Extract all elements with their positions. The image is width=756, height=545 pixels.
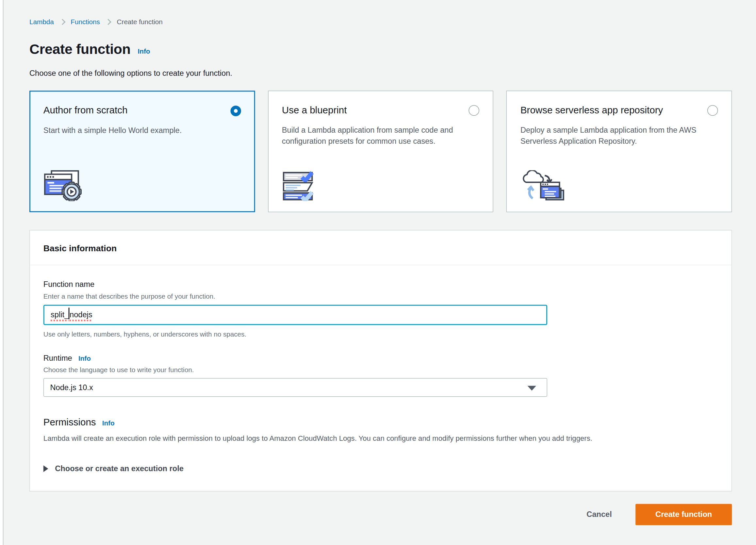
- permissions-section: Permissions Info Lambda will create an e…: [43, 417, 718, 473]
- runtime-selected-option: Node.js 10.x: [50, 383, 93, 392]
- title-info-link[interactable]: Info: [138, 47, 150, 58]
- breadcrumb-lambda[interactable]: Lambda: [29, 18, 54, 26]
- execution-role-expander[interactable]: Choose or create an execution role: [43, 464, 718, 473]
- breadcrumb-current: Create function: [117, 18, 163, 26]
- function-name-description: Enter a name that describes the purpose …: [43, 292, 718, 300]
- footer-actions: Cancel Create function: [29, 504, 732, 525]
- function-name-label: Function name: [43, 280, 718, 289]
- basic-information-panel: Basic information Function name Enter a …: [29, 230, 732, 491]
- runtime-description: Choose the language to use to write your…: [43, 366, 718, 374]
- serverless-repo-icon: [520, 170, 718, 201]
- radio-unselected[interactable]: [469, 105, 479, 116]
- chevron-right-icon: [59, 19, 65, 25]
- function-name-input[interactable]: split_ nodejs: [43, 305, 547, 325]
- runtime-label-row: Runtime Info: [43, 354, 718, 363]
- cancel-button[interactable]: Cancel: [584, 510, 615, 520]
- card-head: Browse serverless app repository: [520, 105, 718, 116]
- card-head: Author from scratch: [43, 105, 241, 116]
- permissions-info-link[interactable]: Info: [102, 419, 115, 427]
- card-description: Deploy a sample Lambda application from …: [520, 125, 718, 147]
- card-title: Author from scratch: [43, 105, 128, 116]
- runtime-field: Runtime Info Choose the language to use …: [43, 354, 718, 397]
- runtime-select[interactable]: Node.js 10.x: [43, 378, 547, 397]
- runtime-label: Runtime: [43, 354, 72, 363]
- card-browse-serverless-app-repository[interactable]: Browse serverless app repository Deploy …: [506, 91, 732, 212]
- card-title: Use a blueprint: [282, 105, 347, 116]
- blueprint-icon: [282, 170, 480, 201]
- panel-body: Function name Enter a name that describe…: [30, 265, 731, 491]
- create-function-page: Lambda Functions Create function Create …: [0, 0, 756, 545]
- page-subtitle: Choose one of the following options to c…: [29, 69, 732, 78]
- breadcrumb-functions[interactable]: Functions: [71, 18, 100, 26]
- function-name-hint: Use only letters, numbers, hyphens, or u…: [43, 330, 718, 338]
- runtime-info-link[interactable]: Info: [78, 355, 91, 362]
- permissions-label-row: Permissions Info: [43, 417, 718, 428]
- panel-title: Basic information: [43, 243, 718, 254]
- author-from-scratch-icon: [43, 170, 241, 201]
- title-row: Create function Info: [29, 41, 732, 58]
- create-function-button[interactable]: Create function: [635, 504, 732, 525]
- text-caret: [69, 308, 70, 319]
- input-value-before-caret: split_: [51, 310, 69, 319]
- breadcrumb: Lambda Functions Create function: [29, 0, 732, 25]
- permissions-description: Lambda will create an execution role wit…: [43, 434, 718, 442]
- card-author-from-scratch[interactable]: Author from scratch Start with a simple …: [29, 91, 255, 212]
- input-value-after-caret: nodejs: [70, 310, 92, 319]
- dropdown-arrow-icon: [528, 386, 536, 391]
- page-content: Lambda Functions Create function Create …: [0, 0, 756, 525]
- card-description: Build a Lambda application from sample c…: [282, 125, 480, 147]
- expander-triangle-icon: [43, 465, 48, 472]
- collapsed-sidenav-edge: [0, 0, 3, 545]
- radio-selected[interactable]: [230, 106, 241, 116]
- chevron-right-icon: [105, 19, 111, 25]
- panel-header: Basic information: [30, 230, 731, 265]
- radio-unselected[interactable]: [707, 105, 718, 116]
- app-viewport: Lambda Functions Create function Create …: [0, 0, 756, 545]
- permissions-label: Permissions: [43, 417, 96, 428]
- card-description: Start with a simple Hello World example.: [43, 125, 241, 137]
- execution-role-expander-label: Choose or create an execution role: [55, 464, 184, 473]
- card-head: Use a blueprint: [282, 105, 480, 116]
- card-use-a-blueprint[interactable]: Use a blueprint Build a Lambda applicati…: [268, 91, 493, 212]
- creation-option-cards: Author from scratch Start with a simple …: [29, 91, 732, 212]
- card-title: Browse serverless app repository: [520, 105, 663, 116]
- page-title: Create function: [29, 41, 130, 58]
